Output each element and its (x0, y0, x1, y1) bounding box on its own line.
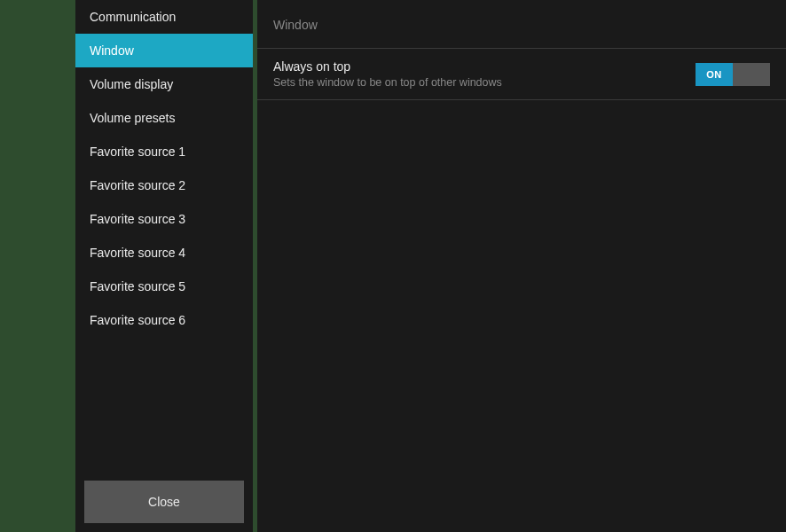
close-button[interactable]: Close (84, 481, 244, 523)
sidebar-item-label: Favorite source 1 (90, 145, 185, 159)
sidebar-item-label: Volume presets (90, 111, 176, 125)
sidebar-item-label: Window (90, 43, 134, 58)
sidebar-item-label: Communication (90, 10, 176, 24)
sidebar-item-volume-presets[interactable]: Volume presets (75, 101, 253, 135)
sidebar: Communication Window Volume display Volu… (75, 0, 253, 532)
setting-always-on-top: Always on top Sets the window to be on t… (257, 49, 786, 100)
sidebar-item-volume-display[interactable]: Volume display (75, 67, 253, 101)
sidebar-item-favorite-source-6[interactable]: Favorite source 6 (75, 303, 253, 337)
sidebar-item-label: Favorite source 5 (90, 279, 185, 293)
setting-desc: Sets the window to be on top of other wi… (273, 76, 696, 89)
sidebar-item-favorite-source-1[interactable]: Favorite source 1 (75, 135, 253, 168)
sidebar-item-favorite-source-5[interactable]: Favorite source 5 (75, 270, 253, 303)
sidebar-item-communication[interactable]: Communication (75, 0, 253, 34)
main-header-title: Window (273, 18, 318, 32)
sidebar-items: Communication Window Volume display Volu… (75, 0, 253, 472)
sidebar-item-label: Volume display (90, 77, 173, 91)
sidebar-item-label: Favorite source 4 (90, 246, 185, 260)
sidebar-item-favorite-source-3[interactable]: Favorite source 3 (75, 202, 253, 236)
sidebar-item-window[interactable]: Window (75, 34, 253, 67)
sidebar-item-favorite-source-4[interactable]: Favorite source 4 (75, 236, 253, 270)
main-header: Window (257, 0, 786, 49)
sidebar-item-favorite-source-2[interactable]: Favorite source 2 (75, 168, 253, 202)
toggle-on-label: ON (696, 63, 733, 86)
main-panel: Window Always on top Sets the window to … (257, 0, 786, 532)
sidebar-item-label: Favorite source 6 (90, 313, 185, 327)
sidebar-item-label: Favorite source 2 (90, 178, 185, 192)
setting-text: Always on top Sets the window to be on t… (273, 59, 696, 89)
close-button-label: Close (148, 495, 180, 509)
always-on-top-toggle[interactable]: ON (696, 63, 770, 86)
sidebar-item-label: Favorite source 3 (90, 212, 185, 226)
setting-title: Always on top (273, 59, 696, 74)
